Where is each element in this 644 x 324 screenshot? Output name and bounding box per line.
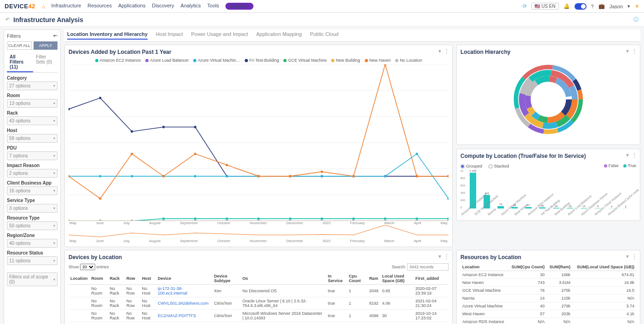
back-icon[interactable]: ↶ bbox=[6, 17, 10, 23]
table-row[interactable]: No RoomNo RackNo RowNo HostEC2AMAZ-PDITT… bbox=[69, 310, 448, 322]
nav-insights[interactable]: Insights+ bbox=[225, 3, 253, 10]
filter-icon[interactable]: ▾ bbox=[626, 253, 629, 260]
column-header[interactable]: SUM(Local Used Space (GB)) bbox=[572, 263, 636, 271]
column-header[interactable]: Room bbox=[90, 272, 108, 285]
column-header[interactable]: Location bbox=[69, 272, 90, 285]
svg-text:800: 800 bbox=[460, 177, 466, 179]
table-row[interactable]: No RoomNo RackNo RowNo HostCWVLS01.d42de… bbox=[69, 297, 448, 310]
table-row[interactable]: No RoomNo RackNo RowNo Hostip-10-24-0-76… bbox=[69, 322, 448, 324]
legend-label: Amazon EC2 Instance bbox=[100, 58, 141, 63]
column-header[interactable]: Os bbox=[241, 272, 326, 285]
nav-tools[interactable]: Tools bbox=[207, 3, 219, 10]
column-header[interactable]: Device bbox=[156, 272, 212, 285]
compute-legend: False True bbox=[604, 163, 636, 168]
column-header[interactable]: Row bbox=[125, 272, 140, 285]
nav-resources[interactable]: Resources bbox=[87, 3, 112, 10]
table-row[interactable]: GCE Virtual Machine76275k19.5 bbox=[460, 287, 636, 295]
column-header[interactable]: Local Used Space (GB) bbox=[380, 272, 414, 285]
column-header[interactable]: Location bbox=[460, 263, 508, 271]
tab-location-inventory[interactable]: Location Inventory and Hierarchy bbox=[67, 31, 148, 40]
nav-discovery[interactable]: Discovery bbox=[152, 3, 174, 10]
tab-host-impact[interactable]: Host Impact bbox=[156, 31, 183, 40]
filter-select-resource-type[interactable]: 50 options▾ bbox=[7, 221, 58, 230]
refresh-icon[interactable]: ⟳ bbox=[523, 3, 527, 9]
tab-power-usage[interactable]: Power Usage and Impact bbox=[191, 31, 248, 40]
table-row[interactable]: Narnia14115kN/A bbox=[460, 295, 636, 302]
info-icon[interactable]: ⓘ bbox=[633, 16, 638, 23]
home-icon[interactable]: ⌂ bbox=[42, 4, 45, 9]
bell-icon[interactable]: 🔔 bbox=[564, 3, 570, 9]
filter-icon[interactable]: ▾ bbox=[438, 253, 441, 260]
briefcase-icon[interactable]: 💼 bbox=[598, 3, 605, 9]
chevron-down-icon[interactable]: ▾ bbox=[627, 3, 630, 9]
filter-select-host[interactable]: 58 options▾ bbox=[7, 134, 58, 143]
column-header[interactable]: Ram bbox=[368, 272, 380, 285]
filter-icon[interactable]: ▾ bbox=[626, 152, 629, 158]
table-row[interactable]: Amazon RDS InstanceN/AN/AN/A bbox=[460, 318, 636, 324]
apply-button[interactable]: APPLY bbox=[34, 41, 58, 50]
tab-filter-sets[interactable]: Filter Sets (0) bbox=[33, 52, 58, 72]
table-row[interactable]: West Haven57203k4.1k bbox=[460, 310, 636, 318]
filter-select-rack[interactable]: 43 options▾ bbox=[7, 116, 58, 125]
legend-label: New Haven bbox=[369, 58, 391, 63]
clear-all-button[interactable]: CLEAR ALL bbox=[7, 41, 32, 50]
radio-grouped[interactable]: Grouped bbox=[460, 164, 482, 168]
column-header[interactable]: In Service bbox=[326, 272, 347, 285]
radio-stacked[interactable]: Stacked bbox=[489, 164, 509, 168]
kebab-icon[interactable]: ⋮ bbox=[632, 48, 637, 54]
svg-point-9 bbox=[131, 130, 133, 133]
filter-select-pdu[interactable]: 7 options▾ bbox=[7, 151, 58, 160]
tab-all-filters[interactable]: All Filters (11) bbox=[7, 52, 33, 72]
nav-infrastructure[interactable]: Infrastructure bbox=[52, 3, 81, 10]
svg-point-8 bbox=[99, 97, 101, 99]
filter-select-region-zone[interactable]: 40 options▾ bbox=[7, 239, 58, 248]
table-search-input[interactable] bbox=[407, 263, 448, 271]
table-row[interactable]: Azure Virtual Machine40279k3.74 bbox=[460, 302, 636, 310]
svg-point-110 bbox=[447, 220, 448, 221]
tab-public-cloud[interactable]: Public Cloud bbox=[310, 31, 339, 40]
filter-select-client-business-app[interactable]: 16 options▾ bbox=[7, 186, 58, 195]
column-header[interactable]: Cpu Count bbox=[347, 272, 367, 285]
table-row[interactable]: Amazon EC2 Instance30106k674.81 bbox=[460, 271, 636, 279]
help-icon[interactable]: ? bbox=[591, 4, 594, 9]
filter-select-service-type[interactable]: 3 options▾ bbox=[7, 204, 58, 213]
tab-application-mapping[interactable]: Application Mapping bbox=[256, 31, 302, 40]
kebab-icon[interactable]: ⋮ bbox=[632, 152, 637, 158]
filter-select-category[interactable]: 27 options▾ bbox=[7, 81, 58, 90]
filters-collapse-icon[interactable]: ⇤ bbox=[53, 33, 58, 39]
line-chart[interactable] bbox=[69, 64, 448, 221]
svg-point-107 bbox=[352, 220, 355, 221]
page-size-select[interactable]: 20 bbox=[80, 264, 95, 270]
mini-range-chart[interactable] bbox=[69, 225, 448, 239]
star-icon[interactable]: ★ bbox=[635, 3, 639, 9]
table-row[interactable]: No RoomNo RackNo RowNo Hostip-172-31-38-… bbox=[69, 285, 448, 297]
svg-text:76: 76 bbox=[499, 203, 502, 206]
language-selector[interactable]: 🇺🇸 US EN bbox=[531, 3, 558, 10]
kebab-icon[interactable]: ⋮ bbox=[444, 253, 449, 260]
filter-select-room[interactable]: 13 options▾ bbox=[7, 99, 58, 108]
filter-icon[interactable]: ▾ bbox=[438, 48, 441, 54]
kebab-icon[interactable]: ⋮ bbox=[444, 48, 449, 54]
theme-toggle[interactable] bbox=[575, 3, 586, 10]
filter-icon[interactable]: ▾ bbox=[626, 48, 629, 54]
kebab-icon[interactable]: ⋮ bbox=[632, 253, 637, 260]
table-row[interactable]: New Haven7433.61M16.8k bbox=[460, 279, 636, 287]
svg-point-34 bbox=[99, 197, 101, 200]
column-header[interactable]: SUM(Cpu Count) bbox=[508, 263, 546, 271]
column-header[interactable]: Rack bbox=[108, 272, 125, 285]
filter-select-resource-status[interactable]: 11 options▾ bbox=[7, 256, 58, 265]
filter-select-impact-reason[interactable]: 2 options▾ bbox=[7, 169, 58, 178]
column-header[interactable]: Device Subtype bbox=[212, 272, 241, 285]
svg-point-100 bbox=[131, 220, 133, 221]
sunburst-chart[interactable] bbox=[460, 58, 636, 141]
column-header[interactable]: SUM(Ram) bbox=[546, 263, 572, 271]
nav-applications[interactable]: Applications bbox=[118, 3, 145, 10]
column-header[interactable]: Host bbox=[140, 272, 156, 285]
svg-point-101 bbox=[162, 220, 165, 221]
filters-out-of-scope[interactable]: Filters out of scope (0)▾ bbox=[7, 272, 58, 286]
svg-text:400: 400 bbox=[460, 191, 466, 194]
user-menu[interactable]: Jason bbox=[610, 4, 623, 9]
chart-mode-radios: Grouped Stacked bbox=[460, 164, 509, 168]
column-header[interactable]: First_added bbox=[414, 272, 448, 285]
nav-analytics[interactable]: Analytics bbox=[181, 3, 201, 10]
